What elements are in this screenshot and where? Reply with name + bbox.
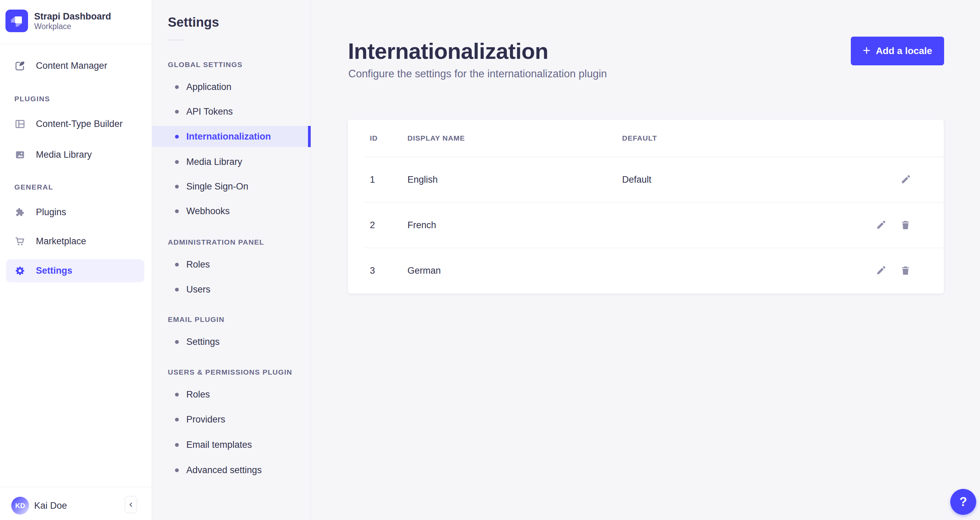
pencil-icon (875, 219, 887, 231)
sidebar-item-marketplace[interactable]: Marketplace (0, 229, 152, 254)
sidebar-item-media-library[interactable]: Media Library (0, 142, 152, 167)
media-library-icon (14, 149, 25, 160)
settings-subnav: Settings GLOBAL SETTINGS Application API… (152, 0, 311, 520)
subnav-item-webhooks[interactable]: Webhooks (152, 200, 311, 222)
bullet-icon (175, 418, 179, 421)
subnav-item-admin-users[interactable]: Users (152, 279, 311, 300)
plus-icon: + (863, 44, 870, 57)
cell-display-name: German (407, 265, 441, 276)
strapi-logo-icon (5, 10, 28, 32)
subnav-item-up-providers[interactable]: Providers (152, 408, 311, 431)
column-header-default: DEFAULT (622, 134, 657, 142)
cell-id: 3 (370, 265, 375, 276)
sidebar-item-label: Plugins (36, 207, 66, 218)
subnav-item-admin-roles[interactable]: Roles (152, 254, 311, 275)
bullet-icon (175, 288, 179, 292)
edit-locale-button[interactable] (898, 172, 913, 187)
subnav-item-up-email-templates[interactable]: Email templates (152, 434, 311, 456)
active-indicator-bar (308, 126, 311, 147)
subnav-item-internationalization[interactable]: Internationalization (152, 126, 311, 147)
subnav-item-application[interactable]: Application (152, 76, 311, 98)
bullet-icon (175, 110, 179, 113)
sidebar-item-label: Content-Type Builder (36, 119, 123, 129)
question-mark-icon: ? (959, 494, 967, 509)
cell-display-name: English (407, 174, 438, 185)
user-avatar[interactable]: KD (11, 497, 29, 515)
sidebar-item-label: Settings (36, 265, 72, 276)
edit-locale-button[interactable] (873, 263, 888, 278)
cell-id: 1 (370, 174, 375, 185)
settings-gear-icon (14, 265, 25, 276)
cell-default: Default (622, 174, 652, 185)
cell-display-name: French (407, 220, 436, 230)
settings-subnav-title: Settings (168, 15, 219, 30)
strapi-dashboard: Strapi Dashboard Workplace Content Manag… (0, 0, 980, 520)
bullet-icon (175, 263, 179, 266)
subnav-item-media-library[interactable]: Media Library (152, 151, 311, 173)
sidebar-item-label: Media Library (36, 150, 92, 160)
bullet-icon (175, 85, 179, 89)
column-header-id: ID (370, 134, 378, 142)
subnav-item-single-sign-on[interactable]: Single Sign-On (152, 175, 311, 198)
subnav-item-up-advanced-settings[interactable]: Advanced settings (152, 459, 311, 481)
delete-locale-button[interactable] (898, 218, 913, 233)
row-separator (364, 248, 944, 248)
subnav-item-api-tokens[interactable]: API Tokens (152, 100, 311, 123)
delete-locale-button[interactable] (898, 263, 913, 278)
workspace-name: Workplace (34, 22, 71, 31)
column-header-display-name: DISPLAY NAME (407, 134, 465, 142)
bullet-icon (175, 340, 179, 344)
main-sidebar: Strapi Dashboard Workplace Content Manag… (0, 0, 152, 520)
workspace-switcher[interactable]: Strapi Dashboard Workplace (0, 0, 152, 44)
marketplace-icon (14, 236, 25, 247)
sidebar-item-settings[interactable]: Settings (6, 259, 144, 282)
user-name: Kai Doe (34, 501, 67, 511)
table-row: 2 French (348, 202, 944, 248)
subnav-item-up-roles[interactable]: Roles (152, 383, 311, 405)
pencil-icon (875, 265, 887, 276)
content-manager-icon (14, 60, 25, 72)
table-row: 3 German (348, 248, 944, 293)
edit-locale-button[interactable] (873, 218, 888, 233)
settings-title-divider (168, 40, 184, 40)
bullet-icon (175, 468, 179, 472)
page-title: Internationalization (348, 38, 548, 64)
bullet-icon (175, 443, 179, 447)
bullet-icon (175, 135, 179, 139)
bullet-icon (175, 209, 179, 213)
collapse-sidebar-button[interactable]: ‹ (125, 496, 137, 513)
bullet-icon (175, 393, 179, 397)
app-title: Strapi Dashboard (34, 11, 111, 22)
plugins-icon (14, 207, 25, 218)
sidebar-section-plugins: PLUGINS (14, 95, 50, 103)
pencil-icon (900, 174, 911, 185)
subnav-section-global-settings: GLOBAL SETTINGS (168, 61, 243, 69)
bullet-icon (175, 185, 179, 188)
sidebar-section-general: GENERAL (14, 183, 53, 191)
subnav-item-email-settings[interactable]: Settings (152, 331, 311, 353)
help-button[interactable]: ? (950, 489, 976, 515)
content-type-builder-icon (14, 118, 25, 130)
sidebar-item-content-manager[interactable]: Content Manager (0, 53, 152, 78)
subnav-section-users-permissions: USERS & PERMISSIONS PLUGIN (168, 368, 292, 376)
subnav-section-administration-panel: ADMINISTRATION PANEL (168, 238, 264, 246)
sidebar-item-content-type-builder[interactable]: Content-Type Builder (0, 112, 152, 136)
table-header-row: ID DISPLAY NAME DEFAULT (348, 120, 944, 157)
add-locale-button[interactable]: + Add a locale (851, 37, 944, 65)
sidebar-item-label: Marketplace (36, 236, 86, 247)
subnav-section-email-plugin: EMAIL PLUGIN (168, 316, 224, 324)
table-row: 1 English Default (348, 157, 944, 202)
sidebar-divider (0, 44, 152, 44)
trash-icon (900, 219, 911, 231)
sidebar-footer-divider (0, 487, 152, 487)
sidebar-item-label: Content Manager (36, 61, 107, 71)
locales-table: ID DISPLAY NAME DEFAULT 1 English Defaul… (348, 120, 944, 293)
cell-id: 2 (370, 220, 375, 230)
trash-icon (900, 265, 911, 276)
row-separator (364, 202, 944, 203)
chevron-left-icon: ‹ (129, 499, 133, 509)
sidebar-item-plugins[interactable]: Plugins (0, 200, 152, 225)
bullet-icon (175, 160, 179, 164)
page-subtitle: Configure the settings for the internati… (348, 68, 607, 80)
